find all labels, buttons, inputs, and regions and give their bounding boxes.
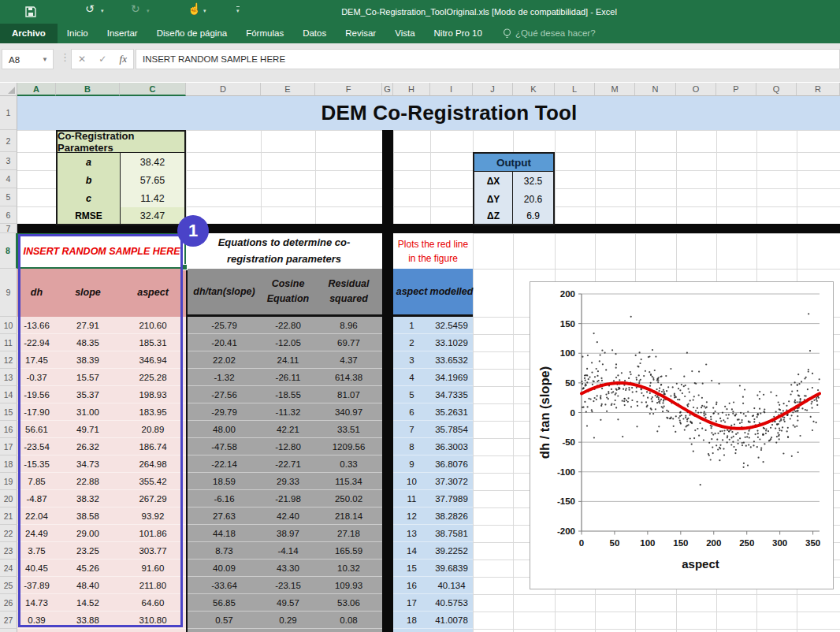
tab-datos[interactable]: Datos xyxy=(293,24,336,43)
cell-value[interactable]: 36.3003 xyxy=(430,438,473,455)
cell-value[interactable]: -20.41 xyxy=(188,334,261,351)
save-icon[interactable] xyxy=(25,6,36,17)
cell-value[interactable]: 14 xyxy=(393,542,430,560)
cell-value[interactable]: 12 xyxy=(393,507,430,525)
cell-value[interactable]: -7.78 xyxy=(261,629,315,632)
row-header-15[interactable]: 15 xyxy=(0,403,17,421)
cell-value[interactable]: 0.08 xyxy=(315,612,382,629)
cell-value[interactable]: 20.89 xyxy=(120,421,186,438)
header-dh[interactable]: dh xyxy=(17,269,56,317)
cell-value[interactable]: 56.61 xyxy=(17,421,56,438)
cell-value[interactable]: 218.14 xyxy=(315,507,382,525)
row-header-6[interactable]: 6 xyxy=(0,206,17,224)
row-header-20[interactable]: 20 xyxy=(0,490,17,507)
cell-value[interactable]: 303.77 xyxy=(120,542,186,560)
header-residual-squared[interactable]: Residual squared xyxy=(315,269,382,314)
cell-value[interactable]: 16 xyxy=(393,577,430,594)
cell-value[interactable]: 267.29 xyxy=(120,490,186,507)
header-model-aspect[interactable]: aspect xyxy=(393,269,430,314)
cell-value[interactable]: -27.56 xyxy=(188,386,261,403)
name-box-dropdown-icon[interactable]: ▼ xyxy=(42,50,48,70)
cell-value[interactable]: -0.37 xyxy=(17,369,56,386)
cell-value[interactable]: -22.80 xyxy=(261,317,315,334)
cell-insert-sample-note[interactable]: INSERT RANDOM SAMPLE HERE xyxy=(17,233,186,269)
cell-value[interactable]: 35.7854 xyxy=(430,421,473,438)
cell-value[interactable]: 69.77 xyxy=(315,334,382,351)
output-label[interactable]: ΔZ xyxy=(474,208,513,224)
cell-value[interactable]: 14.73 xyxy=(17,594,56,612)
header-aspect[interactable]: aspect xyxy=(120,269,186,317)
cancel-entry-icon[interactable]: ✕ xyxy=(78,54,86,65)
row-header-8[interactable]: 8 xyxy=(0,233,17,269)
cell-value[interactable]: 38.39 xyxy=(56,351,120,369)
cell-value[interactable]: 38.7581 xyxy=(430,525,473,542)
cell-value[interactable]: -1.32 xyxy=(188,369,261,386)
undo-dropdown-icon[interactable]: ▾ xyxy=(101,8,104,14)
cell-value[interactable]: 115.34 xyxy=(315,473,382,490)
cell-value[interactable]: 40.45 xyxy=(17,560,56,577)
tell-me-box[interactable]: ¿Qué desea hacer? xyxy=(492,24,596,43)
cell-value[interactable]: 7.85 xyxy=(17,473,56,490)
row-header-11[interactable]: 11 xyxy=(0,334,17,351)
tab-inicio[interactable]: Inicio xyxy=(58,24,98,43)
column-header-N[interactable]: N xyxy=(635,83,676,96)
cell-value[interactable]: 6 xyxy=(393,403,430,421)
cell-value[interactable]: 15 xyxy=(393,560,430,577)
tab-dise-o-de-p-gina[interactable]: Diseño de página xyxy=(147,24,237,43)
cell-value[interactable]: 48.40 xyxy=(56,577,120,594)
cell-value[interactable]: 297.67 xyxy=(120,629,186,632)
cell-value[interactable]: 41.0078 xyxy=(430,612,473,629)
cell-value[interactable]: 27.91 xyxy=(56,317,120,334)
formula-input[interactable]: INSERT RANDOM SAMPLE HERE xyxy=(136,49,840,69)
column-header-C[interactable]: C xyxy=(120,83,186,96)
cell-value[interactable]: 27.63 xyxy=(188,507,261,525)
scatter-chart[interactable]: 200150100500-50-100-150-2000501001502002… xyxy=(530,281,834,589)
row-header-5[interactable]: 5 xyxy=(0,188,17,206)
cell-value[interactable]: 38.58 xyxy=(56,507,120,525)
row-header-2[interactable]: 2 xyxy=(0,130,17,152)
undo-icon[interactable]: ↺ xyxy=(85,2,95,15)
column-header-Q[interactable]: Q xyxy=(756,83,797,96)
output-value[interactable]: 6.9 xyxy=(513,208,553,224)
cell-value[interactable]: 36.8076 xyxy=(430,455,473,473)
cell-value[interactable]: 51.55 xyxy=(315,629,382,632)
cell-value[interactable]: -4.14 xyxy=(261,542,315,560)
tab-insertar[interactable]: Insertar xyxy=(98,24,147,43)
cell-value[interactable]: 198.93 xyxy=(120,386,186,403)
cell-value[interactable]: 33.88 xyxy=(56,612,120,629)
param-value[interactable]: 38.42 xyxy=(121,153,184,171)
row-header-22[interactable]: 22 xyxy=(0,525,17,542)
cell-value[interactable]: 0.29 xyxy=(261,612,315,629)
cell-value[interactable]: 23.25 xyxy=(56,542,120,560)
row-header-13[interactable]: 13 xyxy=(0,369,17,386)
cell-value[interactable]: 24.11 xyxy=(261,351,315,369)
cell-plots-note[interactable]: Plots the red line in the figure xyxy=(393,233,473,269)
cell-value[interactable]: 40.09 xyxy=(188,560,261,577)
cell-value[interactable]: 109.93 xyxy=(315,577,382,594)
cell-value[interactable]: 18 xyxy=(393,612,430,629)
cell-value[interactable]: 64.60 xyxy=(120,594,186,612)
cell-value[interactable]: 39.6839 xyxy=(430,560,473,577)
cell-value[interactable]: 42.40 xyxy=(261,507,315,525)
cell-value[interactable]: -18.55 xyxy=(261,386,315,403)
cell-value[interactable]: 37.7989 xyxy=(430,490,473,507)
cell-value[interactable]: 101.86 xyxy=(120,525,186,542)
cell-value[interactable]: 4 xyxy=(393,369,430,386)
cell-value[interactable]: -22.71 xyxy=(261,455,315,473)
cell-value[interactable]: 2 xyxy=(393,334,430,351)
row-header-3[interactable]: 3 xyxy=(0,152,17,170)
output-label[interactable]: ΔX xyxy=(474,172,513,190)
cell-value[interactable]: 14.52 xyxy=(56,594,120,612)
cell-value[interactable]: 49.71 xyxy=(56,421,120,438)
insert-function-icon[interactable]: fx xyxy=(120,53,127,65)
cell-value[interactable]: 27.18 xyxy=(315,525,382,542)
cell-value[interactable]: 0.33 xyxy=(315,455,382,473)
column-header-M[interactable]: M xyxy=(595,83,635,96)
header-modelled[interactable]: modelled xyxy=(430,269,473,314)
cell-value[interactable]: 165.59 xyxy=(315,542,382,560)
cell-value[interactable]: -15.35 xyxy=(17,455,56,473)
cell-value[interactable]: 10 xyxy=(393,473,430,490)
cell-value[interactable]: 7 xyxy=(393,421,430,438)
param-value[interactable]: 32.47 xyxy=(121,207,184,224)
cell-value[interactable]: 29.73 xyxy=(56,629,120,632)
